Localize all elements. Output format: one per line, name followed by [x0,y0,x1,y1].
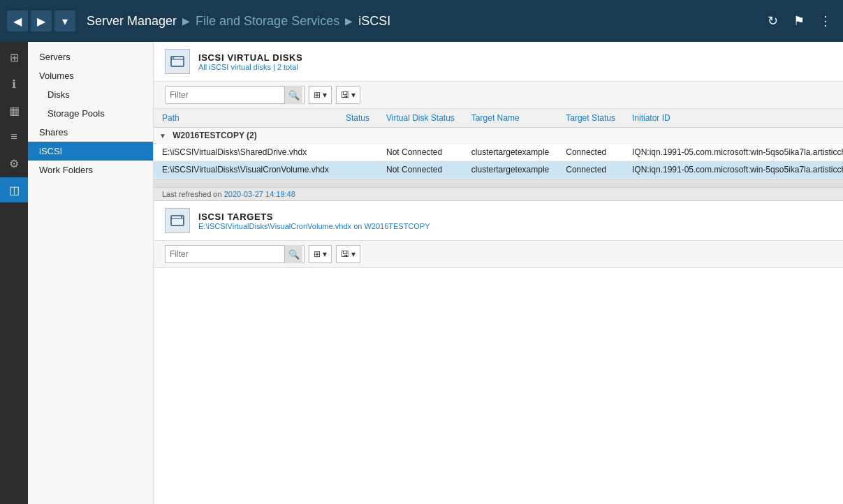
iscsi-vd-thead: Path Status Virtual Disk Status Target N… [154,109,843,128]
iscsi-targets-header: iSCSI TARGETS E:\iSCSIVirtualDisks\Visua… [154,201,843,241]
status-bar: Last refreshed on 2020-03-27 14:19:48 [154,187,843,200]
sidebar-item-work-folders[interactable]: Work Folders [28,161,153,179]
svg-point-2 [173,57,174,59]
sidebar-item-shares[interactable]: Shares [28,123,153,142]
iscsi-vd-table: Path Status Virtual Disk Status Target N… [154,109,843,179]
filter-input[interactable] [166,89,284,101]
forward-button[interactable]: ▶ [31,10,52,31]
iscsi-targets-title-block: iSCSI TARGETS E:\iSCSIVirtualDisks\Visua… [198,212,430,230]
cell-initiatorid-1: IQN:iqn.1991-05.com.microsoft:win-5qso5i… [624,144,843,161]
rail-icon-volumes[interactable]: ▦ [0,98,28,123]
iscsi-targets-subtitle[interactable]: E:\iSCSIVirtualDisks\VisualCronVolume.vh… [198,222,430,230]
refresh-date: 2020-03-27 14:19:48 [224,190,295,198]
main-content: iSCSI VIRTUAL DISKS All iSCSI virtual di… [154,42,843,504]
sep1: ▶ [182,15,190,27]
iscsi-vd-toolbar: 🔍 ⊞ ▾ 🖫 ▾ [154,82,843,109]
dropdown-button[interactable]: ▾ [54,10,75,31]
nav-buttons: ◀ ▶ ▾ [7,10,75,31]
targets-filter-search-button[interactable]: 🔍 [284,245,302,263]
sep2: ▶ [345,15,353,27]
cell-status-2 [337,161,378,179]
col-target-name[interactable]: Target Name [463,109,557,128]
cell-vdstatus-1: Not Connected [378,144,463,161]
title-bar-right: ↻ ⚑ ⋮ [762,10,836,31]
cell-targetstatus-1: Connected [557,144,624,161]
targets-filter-box: 🔍 [165,245,305,263]
iscsi-vd-table-container[interactable]: Path Status Virtual Disk Status Target N… [154,109,843,179]
cell-path-1: E:\iSCSIVirtualDisks\SharedDrive.vhdx [154,144,337,161]
iscsi-vd-header: iSCSI VIRTUAL DISKS All iSCSI virtual di… [154,42,843,82]
col-path[interactable]: Path [154,109,337,128]
tasks-button[interactable]: 🖫 ▾ [336,86,360,104]
targets-filter-input[interactable] [166,248,284,260]
table-row[interactable]: E:\iSCSIVirtualDisks\VisualCronVolume.vh… [154,161,843,179]
sidebar: Servers Volumes Disks Storage Pools Shar… [28,42,154,504]
rail-icon-dashboard[interactable]: ⊞ [0,45,28,70]
iscsi-vd-title-block: iSCSI VIRTUAL DISKS All iSCSI virtual di… [198,52,302,71]
rail-icon-info[interactable]: ℹ [0,71,28,96]
icon-rail: ⊞ ℹ ▦ ≡ ⚙ ◫ [0,42,28,504]
tasks-icon: 🖫 [341,90,349,100]
filter-search-button[interactable]: 🔍 [284,86,302,104]
title-bar: ◀ ▶ ▾ Server Manager ▶ File and Storage … [0,0,843,42]
rail-icon-list[interactable]: ≡ [0,124,28,149]
sidebar-item-storage-pools[interactable]: Storage Pools [28,104,153,123]
sidebar-item-volumes[interactable]: Volumes [28,66,153,85]
targets-tasks-icon: 🖫 [341,249,349,259]
flag-icon[interactable]: ⚑ [789,10,809,31]
iscsi-vd-tbody: ▼ W2016TESTCOPY (2) E:\iSCSIVirtualDisks… [154,128,843,179]
iscsi-virtual-disks-section: iSCSI VIRTUAL DISKS All iSCSI virtual di… [154,42,843,201]
group-text: W2016TESTCOPY (2) [173,131,256,140]
targets-view-icon: ⊞ [314,249,321,259]
view-options-button[interactable]: ⊞ ▾ [309,86,332,104]
iscsi-targets-icon [165,208,190,233]
breadcrumb: Server Manager ▶ File and Storage Servic… [87,14,390,29]
group-row: ▼ W2016TESTCOPY (2) [154,128,843,144]
table-row[interactable]: E:\iSCSIVirtualDisks\SharedDrive.vhdx No… [154,144,843,161]
back-button[interactable]: ◀ [7,10,28,31]
targets-view-options-button[interactable]: ⊞ ▾ [309,245,332,263]
sidebar-item-disks[interactable]: Disks [28,85,153,104]
refresh-label: Last refreshed on [162,190,222,198]
col-initiator-id[interactable]: Initiator ID [624,109,843,128]
cell-status-1 [337,144,378,161]
iscsi-targets-section: iSCSI TARGETS E:\iSCSIVirtualDisks\Visua… [154,201,843,268]
sidebar-item-servers[interactable]: Servers [28,47,153,66]
targets-tasks-dropdown-arrow: ▾ [351,249,355,259]
col-vd-status[interactable]: Virtual Disk Status [378,109,463,128]
breadcrumb-storage[interactable]: File and Storage Services [196,14,339,29]
targets-tasks-button[interactable]: 🖫 ▾ [336,245,360,263]
more-icon[interactable]: ⋮ [815,10,836,31]
targets-view-dropdown-arrow: ▾ [323,249,327,259]
cell-path-2: E:\iSCSIVirtualDisks\VisualCronVolume.vh… [154,161,337,179]
cell-targetstatus-2: Connected [557,161,624,179]
col-status[interactable]: Status [337,109,378,128]
group-label: ▼ W2016TESTCOPY (2) [154,128,843,144]
iscsi-vd-subtitle[interactable]: All iSCSI virtual disks | 2 total [198,63,302,71]
tasks-dropdown-arrow: ▾ [351,90,355,100]
cell-initiatorid-2: IQN:iqn.1991-05.com.microsoft:win-5qso5i… [624,161,843,179]
breadcrumb-iscsi: iSCSI [358,14,390,29]
iscsi-vd-icon [165,49,190,74]
cell-vdstatus-2: Not Connected [378,161,463,179]
cell-targetname-2: clustertargetexample [463,161,557,179]
app-body: ⊞ ℹ ▦ ≡ ⚙ ◫ Servers Volumes Disks Storag… [0,42,843,504]
app-title: Server Manager [87,14,177,29]
iscsi-vd-title: iSCSI VIRTUAL DISKS [198,52,302,63]
sidebar-item-iscsi[interactable]: iSCSI [28,142,153,161]
group-arrow: ▼ [159,132,166,140]
iscsi-targets-title: iSCSI TARGETS [198,212,430,222]
col-target-status[interactable]: Target Status [557,109,624,128]
refresh-icon[interactable]: ↻ [762,10,783,31]
view-icon: ⊞ [314,90,321,100]
svg-point-5 [181,216,182,218]
iscsi-targets-toolbar: 🔍 ⊞ ▾ 🖫 ▾ [154,241,843,268]
cell-targetname-1: clustertargetexample [463,144,557,161]
horizontal-scrollbar[interactable] [154,179,843,187]
view-dropdown-arrow: ▾ [323,90,327,100]
rail-icon-storage[interactable]: ◫ [0,177,28,202]
filter-box: 🔍 [165,86,305,104]
rail-icon-settings[interactable]: ⚙ [0,151,28,176]
